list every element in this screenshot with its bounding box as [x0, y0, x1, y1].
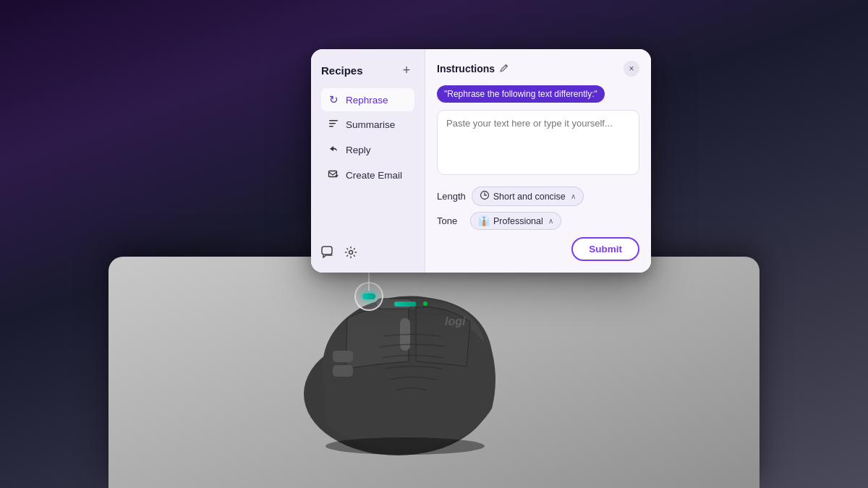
recipes-footer: [321, 246, 357, 262]
tone-option-row: Tone 👔 Professional ∧: [437, 212, 639, 230]
submit-label: Submit: [589, 244, 622, 254]
length-chevron: ∧: [571, 192, 576, 200]
recipes-header: Recipes +: [321, 62, 414, 78]
length-icon: [480, 190, 490, 202]
length-label: Length: [437, 191, 466, 202]
recipe-label-reply: Reply: [346, 145, 371, 155]
length-select[interactable]: Short and concise ∧: [472, 187, 584, 206]
svg-point-9: [326, 437, 485, 455]
tone-select[interactable]: 👔 Professional ∧: [470, 212, 561, 230]
create-email-icon: [327, 168, 340, 182]
reply-icon: [327, 143, 340, 157]
text-input[interactable]: [437, 110, 639, 175]
instructions-panel: Instructions × "Rephrase the following t…: [425, 49, 651, 273]
instructions-title-row: Instructions: [437, 63, 509, 75]
svg-point-15: [349, 251, 353, 254]
svg-rect-6: [394, 301, 416, 307]
edit-icon[interactable]: [499, 63, 509, 75]
summarise-icon: [327, 118, 340, 132]
add-recipe-button[interactable]: +: [399, 62, 414, 78]
close-button[interactable]: ×: [624, 61, 639, 77]
length-option-row: Length Short and concise ∧: [437, 187, 639, 206]
svg-rect-10: [329, 120, 338, 121]
recipe-label-rephrase: Rephrase: [346, 95, 388, 106]
recipe-item-summarise[interactable]: Summarise: [321, 113, 414, 137]
close-icon: ×: [629, 64, 634, 74]
instructions-title: Instructions: [437, 63, 495, 74]
recipe-item-reply[interactable]: Reply: [321, 138, 414, 162]
prompt-badge: "Rephrase the following text differently…: [437, 85, 605, 103]
tone-icon: 👔: [478, 215, 490, 226]
recipe-item-rephrase[interactable]: ↻ Rephrase: [321, 88, 414, 111]
svg-point-7: [423, 301, 427, 306]
recipes-title: Recipes: [321, 64, 363, 77]
chat-icon[interactable]: [321, 246, 336, 262]
svg-rect-12: [329, 126, 333, 127]
recipe-item-create-email[interactable]: Create Email: [321, 163, 414, 187]
recipe-label-summarise: Summarise: [346, 119, 395, 130]
popup-panel: Recipes + ↻ Rephrase Summarise: [311, 49, 651, 273]
connector-circle: [354, 282, 383, 311]
tone-label: Tone: [437, 215, 464, 226]
svg-text:logi: logi: [445, 315, 466, 328]
svg-rect-4: [333, 365, 353, 377]
tone-value: Professional: [493, 216, 543, 226]
recipe-label-create-email: Create Email: [346, 170, 402, 181]
tone-chevron: ∧: [548, 217, 553, 225]
connector-led: [362, 294, 375, 299]
submit-row: Submit: [437, 237, 639, 261]
settings-icon[interactable]: [344, 246, 357, 262]
svg-rect-11: [329, 123, 336, 124]
rephrase-icon: ↻: [327, 93, 340, 106]
instructions-header: Instructions ×: [437, 61, 639, 77]
submit-button[interactable]: Submit: [571, 237, 639, 261]
svg-rect-14: [322, 247, 332, 254]
recipes-panel: Recipes + ↻ Rephrase Summarise: [311, 49, 425, 273]
length-value: Short and concise: [493, 192, 566, 202]
svg-rect-3: [333, 351, 353, 362]
mouse-image: logi: [268, 249, 557, 466]
